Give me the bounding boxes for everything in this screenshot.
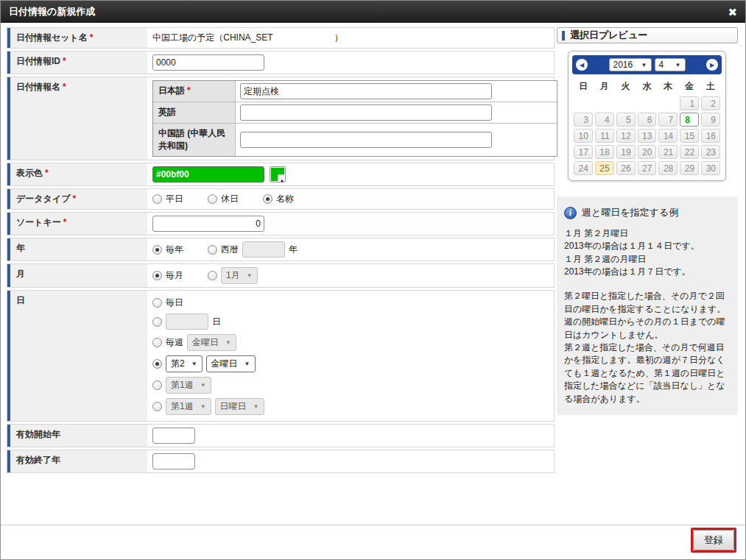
- radio-every-day[interactable]: [152, 298, 162, 308]
- date-input[interactable]: [166, 313, 208, 330]
- name-option-label[interactable]: 名称: [276, 193, 294, 205]
- radio-every-year[interactable]: [152, 245, 162, 255]
- week-select[interactable]: 第1週▼: [166, 398, 211, 415]
- weekday-option-label[interactable]: 平日: [166, 193, 183, 205]
- western-year-label[interactable]: 西暦: [221, 244, 239, 256]
- calendar-day-11[interactable]: 11: [595, 129, 614, 143]
- calendar-month-select[interactable]: 4▼: [655, 58, 686, 71]
- month-option-select[interactable]: [208, 271, 217, 280]
- radio-nth-week[interactable]: [152, 380, 162, 390]
- calendar-day-12[interactable]: 12: [616, 129, 636, 143]
- sort-key-input[interactable]: [152, 216, 264, 232]
- calendar-empty-cell: [616, 96, 636, 110]
- year-option-western[interactable]: 西暦: [208, 244, 239, 256]
- day-option-week-dow[interactable]: 第1週▼ 日曜日▼: [152, 398, 264, 415]
- day-option-weekly[interactable]: 毎週 金曜日▼: [152, 334, 236, 351]
- calendar-day-3[interactable]: 3: [574, 113, 593, 127]
- day-option-nth-week[interactable]: 第1週▼: [152, 377, 211, 394]
- radio-every-month[interactable]: [152, 271, 162, 280]
- calendar-prev-icon[interactable]: ◀: [576, 59, 588, 71]
- week-dow-select[interactable]: 日曜日▼: [215, 398, 264, 415]
- calendar-day-5[interactable]: 5: [616, 113, 636, 127]
- nth-week-select[interactable]: 第1週▼: [166, 377, 211, 394]
- calendar-day-21[interactable]: 21: [658, 145, 678, 159]
- chevron-down-icon: ▼: [225, 339, 231, 346]
- calendar-day-2[interactable]: 2: [701, 96, 720, 110]
- radio-date[interactable]: [152, 317, 162, 327]
- every-day-label[interactable]: 毎日: [166, 297, 183, 309]
- radio-weekly[interactable]: [152, 338, 162, 347]
- every-month-label[interactable]: 毎月: [166, 269, 183, 282]
- calendar-day-4[interactable]: 4: [595, 113, 614, 127]
- radio-holiday[interactable]: [208, 194, 217, 204]
- data-type-option-name[interactable]: 名称: [263, 193, 294, 205]
- calendar-day-10[interactable]: 10: [574, 129, 593, 143]
- chevron-down-icon: ▼: [200, 382, 206, 389]
- western-year-input[interactable]: [242, 241, 285, 258]
- calendar-day-1[interactable]: 1: [680, 96, 699, 110]
- day-option-every[interactable]: 毎日: [152, 297, 183, 309]
- japanese-name-input[interactable]: [240, 83, 492, 99]
- info-id-input[interactable]: [152, 54, 264, 71]
- english-name-input[interactable]: [240, 104, 492, 121]
- valid-end-input[interactable]: [152, 453, 195, 469]
- day-option-nth-dow[interactable]: 第2▼ 金曜日▼: [152, 355, 256, 372]
- register-button[interactable]: 登録: [693, 530, 734, 550]
- calendar-day-20[interactable]: 20: [638, 145, 657, 159]
- nth-select[interactable]: 第2▼: [166, 355, 203, 372]
- required-mark: *: [90, 32, 94, 43]
- calendar-day-25[interactable]: 25: [595, 161, 614, 175]
- dialog-titlebar: 日付情報の新規作成 ✖: [1, 1, 745, 23]
- calendar-day-14[interactable]: 14: [658, 129, 678, 143]
- valid-start-label-text: 有効開始年: [16, 429, 60, 439]
- data-type-option-weekday[interactable]: 平日: [152, 193, 183, 205]
- holiday-option-label[interactable]: 休日: [221, 193, 239, 205]
- weekly-dow-select[interactable]: 金曜日▼: [187, 334, 236, 351]
- japanese-label-text: 日本語: [158, 85, 185, 96]
- calendar-day-23[interactable]: 23: [701, 145, 720, 159]
- calendar-day-30[interactable]: 30: [701, 161, 720, 175]
- chevron-down-icon: ▼: [200, 403, 206, 410]
- calendar-day-15[interactable]: 15: [680, 129, 699, 143]
- radio-weekday[interactable]: [152, 194, 162, 204]
- calendar-day-13[interactable]: 13: [638, 129, 657, 143]
- calendar-day-29[interactable]: 29: [680, 161, 699, 175]
- color-picker-button[interactable]: ▲: [270, 166, 286, 182]
- calendar-day-16[interactable]: 16: [701, 129, 720, 143]
- calendar-year-select[interactable]: 2016▼: [609, 58, 652, 71]
- calendar-day-8[interactable]: 8: [680, 113, 699, 127]
- day-label-text: 日: [16, 295, 25, 305]
- data-type-option-holiday[interactable]: 休日: [208, 193, 239, 205]
- help-body-line: 第２曜日と指定した場合、その月で２回目の曜日かを指定することになります。: [564, 290, 731, 316]
- display-color-input[interactable]: [152, 166, 264, 182]
- valid-start-input[interactable]: [152, 428, 195, 444]
- nth-dow-select[interactable]: 金曜日▼: [206, 355, 256, 372]
- calendar-day-17[interactable]: 17: [574, 145, 593, 159]
- calendar-day-24[interactable]: 24: [574, 161, 593, 175]
- radio-name[interactable]: [263, 194, 272, 204]
- calendar-day-7[interactable]: 7: [658, 113, 678, 127]
- calendar-day-22[interactable]: 22: [680, 145, 699, 159]
- calendar-day-26[interactable]: 26: [616, 161, 636, 175]
- month-select[interactable]: 1月▼: [221, 267, 258, 284]
- calendar-day-9[interactable]: 9: [701, 113, 720, 127]
- radio-week-dow[interactable]: [152, 402, 162, 411]
- calendar-dow-label: 月: [595, 80, 614, 93]
- every-year-label[interactable]: 毎年: [166, 244, 183, 256]
- calendar-day-6[interactable]: 6: [638, 113, 657, 127]
- year-option-every[interactable]: 毎年: [152, 244, 183, 256]
- calendar-next-icon[interactable]: ▶: [706, 59, 718, 71]
- chinese-name-input[interactable]: [240, 132, 492, 148]
- weekly-label[interactable]: 毎週: [166, 336, 183, 349]
- close-icon[interactable]: ✖: [728, 7, 737, 18]
- calendar-dow-label: 火: [616, 80, 636, 93]
- radio-month-select[interactable]: [208, 271, 217, 280]
- radio-nth-dow[interactable]: [152, 359, 162, 369]
- month-option-every[interactable]: 毎月: [152, 269, 183, 282]
- calendar-day-19[interactable]: 19: [616, 145, 636, 159]
- day-option-date[interactable]: 日: [152, 313, 221, 330]
- calendar-day-27[interactable]: 27: [638, 161, 657, 175]
- calendar-day-28[interactable]: 28: [658, 161, 678, 175]
- calendar-day-18[interactable]: 18: [595, 145, 614, 159]
- radio-western-year[interactable]: [208, 245, 217, 255]
